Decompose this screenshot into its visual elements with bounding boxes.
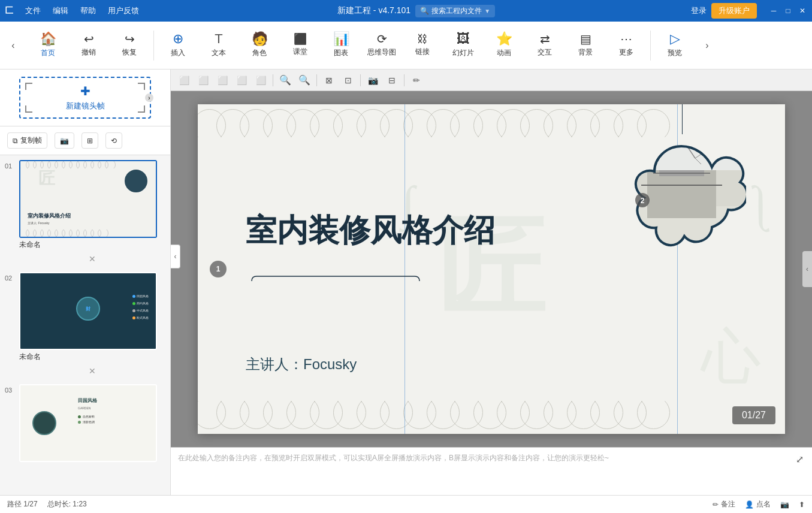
slide-badge-1[interactable]: 1 [210,261,227,277]
thumb2-text-4: 欧式风格 [137,316,149,319]
canvas-tool-1[interactable]: ⬜ [195,72,212,89]
sidebar-collapse-button[interactable]: ‹ [171,245,180,268]
canvas-edit[interactable]: ✏ [408,72,425,89]
thumb2-dot-1 [132,295,135,298]
right-panel-toggle[interactable]: ‹ [802,251,812,287]
toolbar-text[interactable]: T 文本 [200,25,238,67]
sidebar: ✚ 新建镜头帧 › ⧉ 复制帧 📷 ⊞ ⟲ [0,70,171,495]
loop-button[interactable]: ⟲ [105,132,122,149]
thumb3-dot-2 [78,421,81,424]
slide-delete-icon-1[interactable]: ✕ [86,253,98,265]
status-duration: 总时长: 1:23 [47,499,87,509]
slide-number-1: 01 [5,162,16,170]
canvas-toolbar: ⬜ ⬜ ⬜ ⬜ ⬜ 🔍 🔍 ⊠ ⊡ 📷 ⊟ ✏ [171,70,812,91]
canvas-align-right[interactable]: ⊡ [340,72,357,89]
canvas-tool-sep-3 [360,74,361,86]
canvas-align-left[interactable]: ⊠ [321,72,337,89]
slide-thumb-2[interactable]: 财 田园风格 简约风格 [19,272,157,350]
toolbar-classroom[interactable]: ⬛ 课堂 [281,25,319,67]
toolbar-animation[interactable]: ⭐ 动画 [485,25,523,67]
canvas-tool-4[interactable]: ⬜ [252,72,269,89]
thumb-scale-top-row [20,161,114,168]
toolbar-preview[interactable]: ▷ 预览 [656,25,694,67]
toolbar-more[interactable]: ⋯ 更多 [607,25,645,67]
toolbar-interact[interactable]: ⇄ 交互 [526,25,564,67]
canvas-tool-2[interactable]: ⬜ [214,72,231,89]
rollcall-status-label: 点名 [756,499,771,509]
slide-thumb-1-inner: 匠 室内装修风格介绍 主讲人: Focusky [20,161,156,237]
canvas-zoom-out[interactable]: 🔍 [296,72,313,89]
minimize-button[interactable]: ─ [769,6,778,16]
share-status-btn[interactable]: ⬆ [799,499,805,509]
upgrade-button[interactable]: 升级账户 [711,3,757,19]
toolbar-background[interactable]: ▤ 背景 [566,25,605,67]
slide-thumb-1[interactable]: 匠 室内装修风格介绍 主讲人: Focusky [19,160,157,238]
notes-text[interactable]: 在此处输入您的备注内容，在预览时开启双屏模式，可以实现A屏全屏播放演示内容，B屏… [178,452,795,464]
cloud-svg: 2 [617,134,746,263]
slide-item-3: 03 田园风格 GARDEN 自然材料 [5,384,165,466]
canvas-lock[interactable]: ⊟ [384,72,400,89]
chart-icon: 📊 [333,32,349,46]
toolbar-character[interactable]: 🧑 角色 [240,25,279,67]
nav-forward-button[interactable]: › [699,37,716,54]
thumb3-list: 自然材料 清新色调 [78,415,150,424]
camera-status-btn[interactable]: 📷 [780,499,789,509]
toolbar-sep-1 [153,31,154,61]
canvas-zoom-in[interactable]: 🔍 [277,72,294,89]
slide-thumb-3[interactable]: 田园风格 GARDEN 自然材料 清新色调 [19,384,157,462]
preview-icon: ▷ [670,32,680,46]
toolbar-slide-label: 幻灯片 [452,48,474,58]
canvas-tool-home[interactable]: ⬜ [176,72,192,89]
thumb2-text-1: 田园风格 [137,294,149,298]
rollcall-status-btn[interactable]: 👤 点名 [745,499,771,509]
menu-edit[interactable]: 编辑 [50,4,71,17]
title-bar-menu: 文件 编辑 帮助 用户反馈 [23,4,141,17]
close-button[interactable]: ✕ [798,6,807,16]
slide-title-container[interactable]: 室内装修风格介绍 [246,212,629,249]
slide-delete-icon-2[interactable]: ✕ [86,365,98,377]
toolbar-redo[interactable]: ↪ 恢复 [110,25,149,67]
svg-text:2: 2 [641,197,645,205]
screenshot-button[interactable]: 📷 [55,132,74,149]
new-frame-button[interactable]: ✚ 新建镜头帧 › [19,77,151,119]
toolbar-slide[interactable]: 🖼 幻灯片 [444,25,482,67]
toolbar-link[interactable]: ⛓ 链接 [403,25,442,67]
title-bar-search[interactable]: 🔍 搜索工程内文件 ▼ [415,5,495,17]
link-icon: ⛓ [417,34,428,44]
corner-tr [138,83,145,90]
copy-frame-button[interactable]: ⧉ 复制帧 [7,132,47,149]
canvas-camera[interactable]: 📷 [364,72,381,89]
notes-status-btn[interactable]: ✏ 备注 [713,499,735,509]
svg-rect-2 [647,170,716,218]
status-path: 路径 1/27 [7,499,38,509]
toolbar-background-label: 背景 [578,47,593,58]
aspect-button[interactable]: ⊞ [81,132,98,149]
slide-number-2: 02 [5,274,16,282]
login-button[interactable]: 登录 [691,5,707,16]
slide-title: 室内装修风格介绍 [246,212,629,249]
toolbar-text-label: 文本 [212,48,226,58]
canvas-area[interactable]: 匠 心 ∫ ∫ [171,91,812,447]
toolbar-mindmap[interactable]: ⟳ 思维导图 [363,25,401,67]
toolbar-insert[interactable]: ⊕ 插入 [159,25,197,67]
menu-feedback[interactable]: 用户反馈 [105,4,141,17]
toolbar-home[interactable]: 🏠 首页 [29,25,67,67]
canvas-tool-3[interactable]: ⬜ [233,72,250,89]
thumb3-list-item-1: 自然材料 [78,415,150,418]
toolbar-undo[interactable]: ↩ 撤销 [70,25,108,67]
share-status-icon: ⬆ [799,500,805,509]
thumb-scale-bottom [20,230,156,237]
toolbar-chart[interactable]: 📊 图表 [322,25,360,67]
text-icon: T [215,32,222,46]
new-frame-label: 新建镜头帧 [66,101,105,111]
maximize-button[interactable]: □ [783,6,793,16]
menu-help[interactable]: 帮助 [78,4,98,17]
notes-expand-icon[interactable]: ⤢ [795,452,805,466]
menu-file[interactable]: 文件 [23,4,43,17]
title-bar: 匚 文件 编辑 帮助 用户反馈 新建工程 - v4.7.101 🔍 搜索工程内文… [0,0,812,22]
mindmap-icon: ⟳ [377,33,387,45]
screenshot-icon: 📷 [60,137,69,145]
nav-back-button[interactable]: ‹ [5,37,22,54]
slide-speaker-label[interactable]: 主讲人：Focusky [246,355,357,374]
expand-arrow-icon: › [145,93,153,102]
